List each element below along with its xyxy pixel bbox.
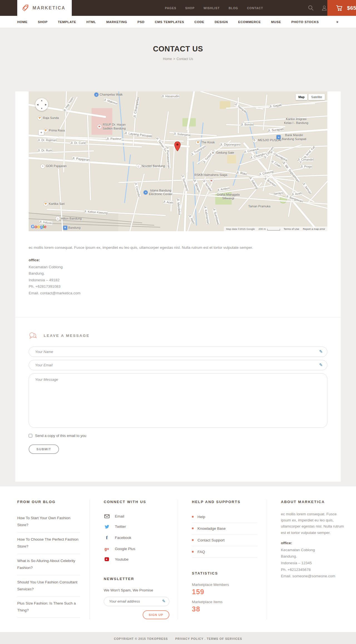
subnav-item[interactable]: HOME (17, 20, 28, 24)
title-section: CONTACT US Home>Contact Us (0, 28, 356, 76)
footer-blog-column: FROM OUR BLOG How To Start Your Own Fash… (17, 500, 90, 619)
map-pan-control[interactable]: ▲ ▼ ◀ ▶ (35, 98, 48, 111)
top-nav-item[interactable]: CONTACT (247, 6, 263, 10)
pan-left-icon[interactable]: ◀ (37, 103, 38, 106)
copyright-links[interactable]: PRIVACY POLICY . TERMS OF SERVICES (175, 637, 242, 640)
submit-button[interactable]: SUBMIT (29, 444, 59, 454)
search-icon[interactable] (308, 5, 314, 11)
blog-link[interactable]: Should You Use Fashion Consultant Servic… (17, 575, 80, 597)
map-data-credit: Map data ©2015 Google (226, 227, 255, 230)
blog-link[interactable]: How To Choose The Perfect Fashion Store? (17, 533, 80, 554)
email-input[interactable] (29, 360, 327, 370)
top-nav-item[interactable]: BLOG (229, 6, 238, 10)
pan-up-icon[interactable]: ▲ (41, 99, 43, 102)
social-link[interactable]: f Facebook (104, 532, 168, 544)
subnav-item[interactable]: DESIGN (215, 20, 228, 24)
help-link[interactable]: Knowladge Base (192, 523, 257, 534)
subnav-item[interactable]: TEMPLATE (58, 20, 76, 24)
map-terms-link[interactable]: Terms of Use (284, 227, 299, 230)
leave-message-form: LEAVE A MESSAGE ✎ ✎ Send a copy of this … (15, 317, 341, 482)
statistic: Marketplace Items 38 (192, 600, 257, 613)
map-shape (244, 115, 327, 122)
statistic-value: 159 (192, 588, 257, 596)
map-zoom-in-button[interactable]: + (39, 130, 44, 135)
statistic-value: 38 (192, 605, 257, 613)
square-bullet-icon (192, 516, 194, 518)
newsletter-email-input[interactable] (104, 597, 169, 606)
social-link[interactable]: g+ Google Plus (104, 544, 168, 554)
map-shape (238, 97, 239, 133)
map-scale-bar (267, 229, 280, 230)
map-shape (243, 142, 327, 231)
footer-connect-column: CONNECT WITH US Email Twitter f Facebook… (90, 500, 178, 619)
google-logo[interactable]: Google (31, 224, 46, 230)
copyright-bar: COPYRIGHT © 2015 TOKOPRESS PRIVACY POLIC… (0, 632, 356, 644)
page-title: CONTACT US (0, 45, 356, 53)
square-bullet-icon (192, 551, 194, 553)
top-nav-item[interactable]: SHOP (185, 6, 195, 10)
blog-link[interactable]: What is So Alluring About Celebrity Fash… (17, 554, 80, 575)
subnav-item[interactable]: SHOP (38, 20, 48, 24)
cart-button[interactable]: $653.50 (327, 0, 356, 16)
name-input[interactable] (29, 347, 327, 357)
cart-icon (336, 4, 343, 12)
breadcrumb-current: Contact Us (177, 57, 193, 61)
office-line: Ph. +62817391083 (29, 283, 327, 290)
form-heading: LEAVE A MESSAGE (44, 334, 90, 338)
blog-link[interactable]: Plus Size Fashion: Is There Such a Thing… (17, 596, 80, 618)
message-textarea[interactable] (29, 373, 327, 428)
statistic: Marketplace Members 159 (192, 583, 257, 596)
facebook-icon: f (104, 535, 110, 541)
map-shape (118, 91, 125, 161)
footer-help-column: HELP AND SUPPORTS Help Knowladge Base Co… (178, 500, 267, 619)
pan-right-icon[interactable]: ▶ (45, 103, 47, 106)
social-link[interactable]: ▶ Youtube (104, 554, 168, 565)
send-copy-checkbox[interactable] (29, 434, 32, 437)
social-link[interactable]: Email (104, 511, 168, 521)
map-type-map-button[interactable]: Map (296, 94, 307, 100)
logo[interactable]: MARKETICA (17, 0, 72, 16)
map-report-error-link[interactable]: Report a map error (303, 227, 325, 230)
map-shape (214, 145, 327, 151)
subnav-item[interactable]: HTML (86, 20, 96, 24)
subnav-item[interactable]: MUSE (271, 20, 281, 24)
map-marker-icon[interactable] (174, 141, 181, 153)
subnav-item[interactable]: ECOMMERCE (238, 20, 261, 24)
top-nav: PAGESSHOPWISHLISTBLOGCONTACT (165, 0, 263, 16)
top-nav-item[interactable]: PAGES (165, 6, 176, 10)
social-link[interactable]: Twitter (104, 521, 168, 532)
help-link[interactable]: FAQ (192, 546, 257, 558)
youtube-icon: ▶ (104, 557, 110, 561)
send-copy-label[interactable]: Send a copy of this email to you (35, 434, 86, 438)
footer-help-title: HELP AND SUPPORTS (192, 500, 257, 504)
help-link[interactable]: Contact Support (192, 534, 257, 546)
email-icon (104, 514, 110, 518)
subnav-item[interactable]: MARKETING (106, 20, 127, 24)
subnav-item[interactable]: CODE (194, 20, 204, 24)
top-nav-item[interactable]: WISHLIST (204, 6, 220, 10)
map-type-satellite-button[interactable]: Satellite (308, 94, 325, 100)
map-shape (92, 108, 112, 135)
user-icon[interactable] (321, 5, 327, 11)
subnav-item[interactable]: CMS TEMPLATES (155, 20, 184, 24)
subnav-item[interactable]: PHOTO STOCKS (291, 20, 319, 24)
signup-button[interactable]: SIGN UP (143, 610, 169, 619)
square-bullet-icon (192, 539, 194, 541)
chevron-down-icon[interactable]: » (335, 21, 340, 23)
office-line: Ph. +6212345678 (281, 566, 347, 573)
google-map[interactable]: • Champelas Walk Jl. Hasanudin Jl. Haji … (29, 91, 327, 231)
intro-text: ec mollis lorem consequat. Fusce ipsum e… (29, 245, 327, 251)
subnav-item[interactable]: PSD (137, 20, 144, 24)
help-link[interactable]: Help (192, 511, 257, 523)
breadcrumb: Home>Contact Us (0, 57, 356, 61)
footer-blog-title: FROM OUR BLOG (17, 500, 80, 504)
map-shape (29, 156, 163, 168)
blog-link[interactable]: How To Start Your Own Fashion Store? (17, 511, 80, 533)
office-line: Email. contact@marketica.com (29, 290, 327, 297)
footer-about-title: ABOUT MARKETICA (281, 500, 347, 504)
pan-down-icon[interactable]: ▼ (41, 107, 43, 110)
twitter-icon (104, 524, 110, 529)
map-shape (87, 114, 91, 200)
breadcrumb-home[interactable]: Home (163, 57, 172, 61)
map-scale: 200 m (258, 227, 280, 230)
